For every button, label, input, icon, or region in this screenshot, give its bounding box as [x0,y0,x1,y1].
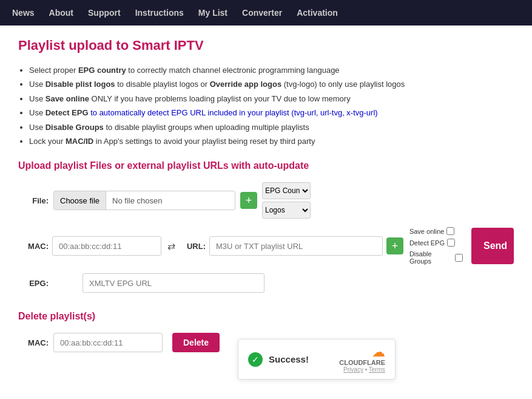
main-content: Playlist upload to Smart IPTV Select pro… [0,26,532,392]
send-button[interactable]: Send [471,228,514,264]
nav-about[interactable]: About [49,8,73,18]
instruction-5: Use Disable Groups to disable playlist g… [29,120,514,134]
mac-url-row: MAC: ⇄ URL: + Save online Detect EPG Dis… [18,227,514,265]
privacy-link[interactable]: Privacy [343,366,363,373]
save-online-checkbox[interactable] [446,227,454,235]
toast-notification: ✓ Success! ☁ CLOUDFLARE Privacy • Terms [238,339,396,380]
instruction-1: Select proper EPG country to correctly m… [29,63,514,77]
file-input-wrapper: Choose file No file chosen [53,191,235,210]
disable-groups-label: Disable Groups [409,250,453,265]
nav-support[interactable]: Support [88,8,121,18]
swap-icon: ⇄ [167,240,175,252]
instructions-list: Select proper EPG country to correctly m… [18,63,514,148]
instruction-4: Use Detect EPG to automatically detect E… [29,106,514,120]
save-online-option: Save online [409,227,463,235]
detect-epg-option: Detect EPG [409,239,463,247]
epg-row: EPG: [18,273,514,293]
file-row: File: Choose file No file chosen + EPG C… [18,182,514,219]
navbar: News About Support Instructions My List … [0,0,532,26]
instruction-2: Use Disable plist logos to disable playl… [29,77,514,91]
epg-input[interactable] [82,273,264,293]
options-column: Save online Detect EPG Disable Groups [409,227,463,265]
cloudflare-cloud-icon: ☁ [372,346,385,359]
cloudflare-logo: ☁ CLOUDFLARE Privacy • Terms [339,346,385,373]
delete-section-title: Delete playlist(s) [18,311,514,322]
logos-select[interactable]: Logos Disable plist logos Override app l… [262,202,311,219]
nav-news[interactable]: News [12,8,35,18]
delete-section: Delete playlist(s) MAC: Delete ✓ Success… [18,311,514,380]
delete-mac-input[interactable] [53,333,163,352]
choose-file-button[interactable]: Choose file [54,191,106,210]
bottom-row: MAC: Delete ✓ Success! ☁ CLOUDFLARE Priv… [18,333,514,380]
selects-column: EPG Coun None US UK DE FR Logos Disable … [262,182,311,219]
url-label: URL: [181,242,206,251]
mac-label: MAC: [18,242,49,251]
delete-mac-label: MAC: [18,338,49,347]
nav-activation[interactable]: Activation [297,8,338,18]
nav-mylist[interactable]: My List [198,8,227,18]
save-online-label: Save online [409,228,445,235]
detect-epg-label: Detect EPG [409,239,445,247]
url-input[interactable] [209,236,383,256]
no-file-text: No file chosen [106,196,235,205]
disable-groups-checkbox[interactable] [455,254,463,262]
terms-link[interactable]: Terms [369,366,385,373]
instruction-3: Use Save online ONLY if you have problem… [29,92,514,106]
detect-epg-checkbox[interactable] [447,239,455,247]
delete-form: MAC: Delete [18,333,220,361]
url-add-button[interactable]: + [386,237,403,254]
mac-input[interactable] [52,236,161,256]
check-icon: ✓ [248,352,263,367]
epg-label: EPG: [18,279,49,288]
toast-text: Success! [269,354,333,364]
file-add-button[interactable]: + [240,192,257,209]
upload-section-title: Upload playlist Files or external playli… [18,160,514,171]
cloudflare-links: Privacy • Terms [343,366,385,373]
nav-instructions[interactable]: Instructions [135,8,184,18]
epg-country-select[interactable]: EPG Coun None US UK DE FR [262,182,311,199]
disable-groups-option: Disable Groups [409,250,463,265]
cloudflare-name: CLOUDFLARE [339,359,385,366]
nav-converter[interactable]: Converter [242,8,282,18]
delete-mac-row: MAC: Delete [18,333,220,352]
page-title: Playlist upload to Smart IPTV [18,38,514,53]
file-label: File: [18,196,49,205]
delete-button[interactable]: Delete [172,333,220,352]
upload-section: File: Choose file No file chosen + EPG C… [18,182,514,293]
instruction-6: Lock your MAC/ID in App's settings to av… [29,134,514,148]
